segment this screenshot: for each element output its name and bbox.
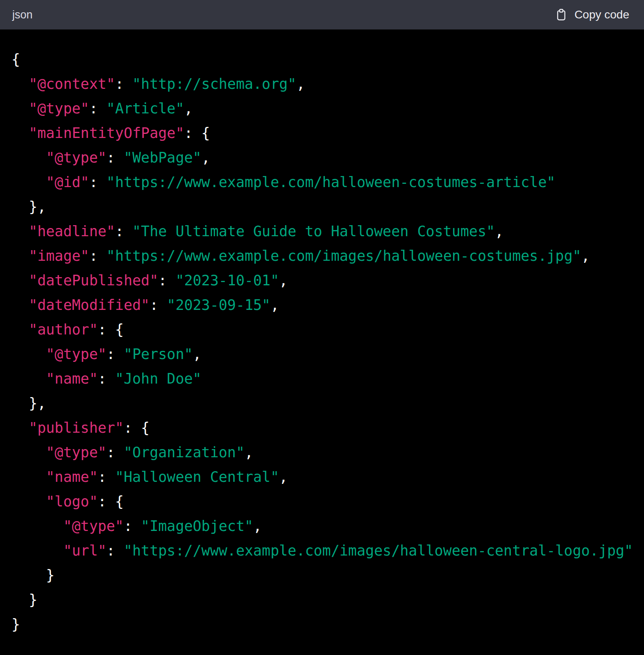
token-punctuation: : { — [124, 420, 150, 436]
language-label: json — [12, 0, 33, 29]
code-line: "datePublished": "2023-10-01", — [11, 268, 636, 293]
token-punctuation — [11, 248, 29, 264]
token-punctuation — [11, 76, 29, 92]
token-string: "Halloween Central" — [115, 469, 279, 485]
token-punctuation: }, — [11, 395, 46, 411]
token-key: "mainEntityOfPage" — [29, 125, 184, 141]
token-string: "Organization" — [124, 444, 245, 461]
code-line: "@type": "WebPage", — [11, 145, 636, 170]
token-string: "2023-10-01" — [175, 272, 279, 289]
token-punctuation: , — [184, 100, 193, 117]
token-punctuation: : — [115, 223, 132, 239]
code-line: }, — [11, 194, 636, 219]
code-line: "dateModified": "2023-09-15", — [11, 293, 636, 317]
copy-code-button[interactable]: Copy code — [554, 8, 629, 22]
code-line: "@type": "ImageObject", — [11, 514, 636, 538]
code-block-header: json Copy code — [0, 0, 644, 29]
token-punctuation — [11, 518, 63, 534]
clipboard-icon — [554, 8, 568, 22]
token-punctuation: , — [202, 149, 210, 166]
token-punctuation: : — [124, 518, 141, 534]
token-string: "Person" — [124, 346, 193, 362]
token-punctuation — [11, 223, 29, 239]
code-block: json Copy code { "@context": "http://sch… — [0, 0, 644, 655]
token-punctuation — [11, 420, 29, 436]
token-string: "http://schema.org" — [132, 76, 296, 92]
code-line: "image": "https://www.example.com/images… — [11, 244, 636, 268]
code-line: }, — [11, 391, 636, 416]
token-key: "image" — [29, 248, 89, 264]
token-punctuation: : — [89, 100, 107, 117]
token-key: "@type" — [46, 444, 107, 461]
token-punctuation: , — [279, 469, 288, 485]
token-key: "@context" — [29, 76, 115, 92]
token-string: "2023-09-15" — [167, 297, 270, 313]
token-key: "@type" — [63, 518, 124, 534]
token-punctuation: : — [89, 174, 107, 190]
token-key: "headline" — [29, 223, 115, 239]
token-punctuation: , — [245, 444, 253, 461]
token-string: "Article" — [107, 100, 184, 117]
token-punctuation — [11, 125, 29, 141]
token-punctuation: : — [98, 469, 115, 485]
token-punctuation: , — [581, 248, 590, 264]
token-punctuation: , — [270, 297, 279, 313]
code-line: "author": { — [11, 317, 636, 342]
token-punctuation — [11, 149, 46, 166]
token-punctuation: : — [107, 542, 124, 559]
token-punctuation: } — [11, 616, 20, 632]
token-punctuation: , — [296, 76, 305, 92]
code-line: } — [11, 563, 636, 587]
token-punctuation: : — [89, 248, 107, 264]
token-string: "https://www.example.com/images/hallowee… — [107, 248, 581, 264]
token-punctuation: }, — [11, 199, 46, 215]
code-line: "url": "https://www.example.com/images/h… — [11, 538, 636, 563]
code-line: "logo": { — [11, 489, 636, 514]
token-punctuation: , — [495, 223, 503, 239]
code-line: "name": "Halloween Central", — [11, 465, 636, 489]
token-key: "name" — [46, 370, 98, 387]
code-line: } — [11, 612, 636, 637]
token-string: "The Ultimate Guide to Halloween Costume… — [132, 223, 495, 239]
token-key: "name" — [46, 469, 98, 485]
token-punctuation — [11, 297, 29, 313]
token-punctuation — [11, 469, 46, 485]
token-punctuation: : — [115, 76, 132, 92]
token-punctuation: : { — [184, 125, 210, 141]
token-key: "@type" — [46, 149, 107, 166]
token-punctuation — [11, 321, 29, 338]
code-line: { — [11, 47, 636, 72]
token-punctuation — [11, 272, 29, 289]
token-punctuation: : — [98, 370, 115, 387]
token-punctuation: : { — [98, 493, 124, 510]
code-line: "@context": "http://schema.org", — [11, 72, 636, 96]
token-punctuation: : { — [98, 321, 124, 338]
token-key: "dateModified" — [29, 297, 150, 313]
token-punctuation — [11, 346, 46, 362]
code-content: { "@context": "http://schema.org", "@typ… — [0, 29, 644, 655]
token-punctuation — [11, 542, 63, 559]
token-punctuation — [11, 100, 29, 117]
token-punctuation — [11, 444, 46, 461]
code-line: } — [11, 587, 636, 612]
code-line: "@type": "Organization", — [11, 440, 636, 465]
token-punctuation: : — [150, 297, 167, 313]
code-line: "headline": "The Ultimate Guide to Hallo… — [11, 219, 636, 244]
token-punctuation: , — [279, 272, 288, 289]
code-line: "mainEntityOfPage": { — [11, 121, 636, 145]
token-punctuation: : — [107, 346, 124, 362]
token-punctuation — [11, 493, 46, 510]
token-key: "url" — [63, 542, 106, 559]
token-punctuation: } — [11, 592, 37, 608]
code-line: "@type": "Person", — [11, 342, 636, 366]
code-line: "name": "John Doe" — [11, 366, 636, 391]
token-punctuation: : — [107, 444, 124, 461]
token-string: "ImageObject" — [141, 518, 253, 534]
token-key: "@id" — [46, 174, 89, 190]
token-key: "logo" — [46, 493, 98, 510]
token-string: "https://www.example.com/halloween-costu… — [107, 174, 556, 190]
token-key: "datePublished" — [29, 272, 158, 289]
token-punctuation: } — [11, 567, 54, 583]
token-key: "@type" — [46, 346, 107, 362]
token-punctuation: , — [253, 518, 262, 534]
